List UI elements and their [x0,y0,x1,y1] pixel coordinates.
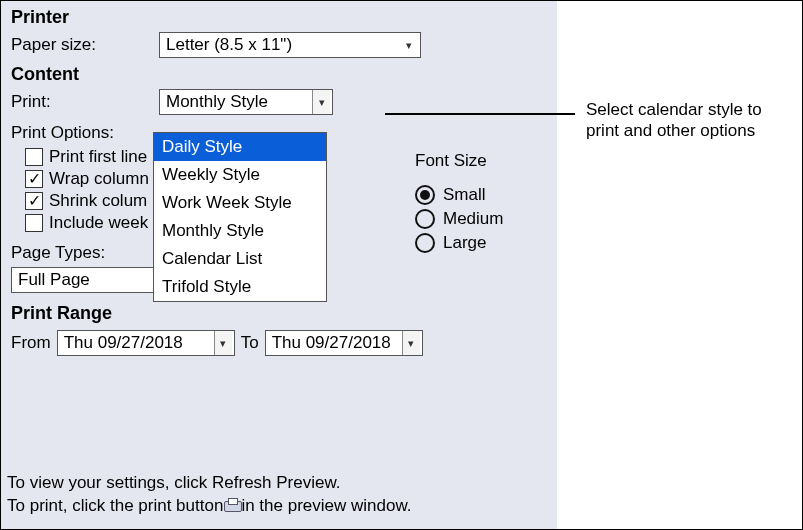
paper-size-select[interactable]: Letter (8.5 x 11") ▾ [159,32,421,58]
radio-label: Medium [443,209,503,229]
font-size-label: Font Size [415,151,503,171]
dropdown-option-workweek[interactable]: Work Week Style [154,189,326,217]
dropdown-option-weekly[interactable]: Weekly Style [154,161,326,189]
chevron-down-icon: ▾ [312,90,330,114]
radio-medium[interactable] [415,209,435,229]
print-label: Print: [11,92,151,112]
printer-heading: Printer [11,7,547,28]
footer-instructions: To view your settings, click Refresh Pre… [7,470,411,519]
print-options-label: Print Options: [11,123,114,143]
checkbox-include-week[interactable] [25,214,43,232]
checkbox-wrap-column[interactable]: ✓ [25,170,43,188]
to-date-value: Thu 09/27/2018 [272,333,391,353]
page-types-value: Full Page [18,270,90,290]
dropdown-option-calendar[interactable]: Calendar List [154,245,326,273]
paper-size-value: Letter (8.5 x 11") [166,35,292,55]
from-date-value: Thu 09/27/2018 [64,333,183,353]
radio-label: Small [443,185,486,205]
content-heading: Content [11,64,547,85]
dropdown-option-monthly[interactable]: Monthly Style [154,217,326,245]
checkbox-label: Shrink colum [49,191,147,211]
from-label: From [11,333,51,353]
chevron-down-icon: ▾ [400,33,418,57]
checkbox-label: Print first line [49,147,147,167]
paper-size-label: Paper size: [11,35,151,55]
chevron-down-icon: ▾ [402,331,420,355]
to-date-select[interactable]: Thu 09/27/2018 ▾ [265,330,423,356]
checkbox-print-first-line[interactable] [25,148,43,166]
from-date-select[interactable]: Thu 09/27/2018 ▾ [57,330,235,356]
radio-label: Large [443,233,486,253]
checkbox-label: Include week [49,213,148,233]
chevron-down-icon: ▾ [214,331,232,355]
font-size-group: Font Size Small Medium Large [415,151,503,257]
dropdown-option-trifold[interactable]: Trifold Style [154,273,326,301]
print-style-dropdown[interactable]: Daily Style Weekly Style Work Week Style… [153,132,327,302]
checkbox-label: Wrap column [49,169,149,189]
printer-icon [224,499,240,513]
print-range-heading: Print Range [11,303,547,324]
print-settings-panel: Printer Paper size: Letter (8.5 x 11") ▾… [1,1,557,529]
radio-large[interactable] [415,233,435,253]
to-label: To [241,333,259,353]
radio-small[interactable] [415,185,435,205]
print-style-select[interactable]: Monthly Style ▾ [159,89,333,115]
callout-line [385,113,575,115]
print-style-value: Monthly Style [166,92,268,112]
footer-line1: To view your settings, click Refresh Pre… [7,473,411,493]
footer-line2: To print, click the print buttonin the p… [7,496,411,516]
dropdown-option-daily[interactable]: Daily Style [154,133,326,161]
callout-text: Select calendar style to print and other… [586,99,786,142]
checkbox-shrink-column[interactable]: ✓ [25,192,43,210]
